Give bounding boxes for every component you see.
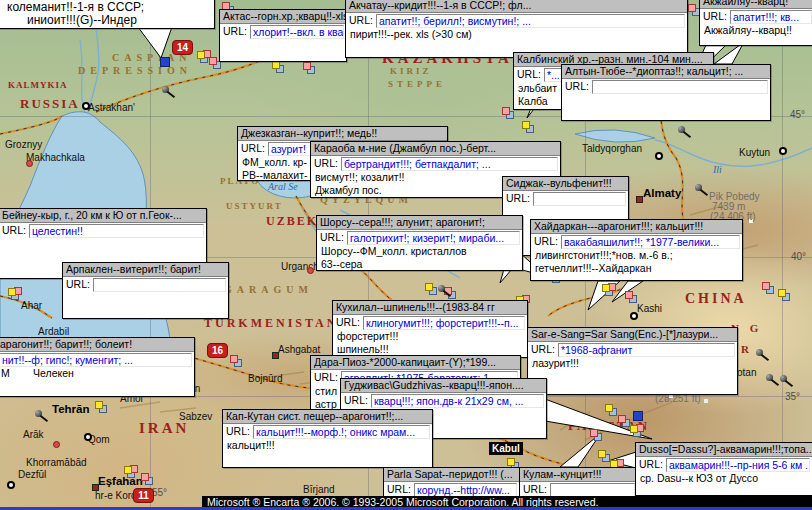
callout-akzhaylyau-url-row: URL:апатит!!!; кв... bbox=[700, 9, 812, 24]
numbered-badge-16[interactable]: 16 bbox=[207, 343, 228, 358]
callout-khaydarkan-title: Хайдаркан---арагонит!!!; кальцит!!! bbox=[531, 220, 742, 234]
callout-akzhaylyau-url-field[interactable]: апатит!!!; кв... bbox=[730, 10, 812, 24]
mineral-marker[interactable] bbox=[522, 121, 538, 137]
callout-parla-sapat-title: Parla Sapat--перидот!!! (... bbox=[384, 468, 519, 482]
marker-square bbox=[598, 450, 606, 458]
callout-beyneu-url-field[interactable]: целестин!! bbox=[29, 224, 204, 238]
callout-beyneu-title: Бейнеу-кыр, г., 20 км к Ю от п.Геок-... bbox=[0, 209, 206, 223]
callout-arpaklen-url-field[interactable] bbox=[93, 278, 226, 292]
callout-kukhilal-url-field[interactable]: клиногумит!!!; форстерит!!!--п... bbox=[363, 316, 525, 330]
pushpin-icon[interactable] bbox=[780, 375, 795, 390]
marker-square bbox=[778, 289, 786, 297]
pushpin-icon[interactable] bbox=[438, 285, 453, 300]
callout-akchatau-title: Акчатау--кридит!!!--1-я в СССР!; фл... bbox=[346, 0, 687, 13]
mineral-marker[interactable] bbox=[598, 450, 614, 466]
mineral-marker[interactable] bbox=[8, 287, 24, 303]
url-label: URL: bbox=[66, 278, 90, 291]
marker-square bbox=[618, 415, 626, 423]
callout-kulam-url-row: URL: bbox=[520, 482, 637, 497]
numbered-badge-14[interactable]: 14 bbox=[172, 40, 193, 55]
marker-square bbox=[602, 284, 610, 292]
marker-square bbox=[502, 107, 510, 115]
mineral-marker[interactable] bbox=[230, 355, 246, 371]
url-label: URL: bbox=[531, 343, 555, 356]
callout-karaoba-url-field[interactable]: бертрандит!!!; бетпакдалит; ... bbox=[341, 157, 558, 171]
callout-kukhilal-line-1: форстерит!!! bbox=[333, 330, 527, 343]
callout-cheleken: арагонит!!; барит!!; болеит!нит!!--ф; ги… bbox=[0, 337, 195, 397]
callout-aktas-url-field[interactable]: хлорит!--вкл. в кварц... bbox=[250, 25, 344, 39]
pushpin-icon[interactable] bbox=[35, 410, 50, 425]
callout-sar-e-sang-line-1: лазурит!!! bbox=[528, 357, 737, 370]
pushpin-icon[interactable] bbox=[766, 374, 781, 389]
pushpin-icon[interactable] bbox=[162, 86, 177, 101]
mineral-marker[interactable] bbox=[778, 289, 794, 305]
url-label: URL: bbox=[349, 14, 373, 27]
callout-altyn-tyube-url-row: URL: bbox=[562, 79, 770, 94]
mineral-marker[interactable] bbox=[602, 283, 618, 299]
map-canvas[interactable]: RUSSIAKALMYKIAKAZAKHSTANUZBEKTURKMENISTA… bbox=[0, 0, 812, 510]
marker-square bbox=[230, 355, 238, 363]
encarta-map-window: RUSSIAKALMYKIAKAZAKHSTANUZBEKTURKMENISTA… bbox=[0, 0, 812, 510]
url-label: URL: bbox=[534, 235, 558, 248]
mineral-marker[interactable] bbox=[141, 473, 157, 489]
mineral-marker[interactable] bbox=[590, 429, 606, 445]
url-label: URL: bbox=[703, 10, 727, 23]
mineral-marker[interactable] bbox=[762, 282, 778, 298]
callout-arpaklen: Арпаклен--витерит!!; барит!URL: bbox=[62, 262, 229, 319]
mineral-marker[interactable] bbox=[272, 61, 288, 77]
callout-aktas-title: Актас--горн.хр.;кварц!!-xls... bbox=[220, 10, 346, 24]
callout-sidzhak-title: Сиджак--вульфенит!!! bbox=[503, 177, 628, 191]
callout-cheleken-url-field[interactable]: нит!!--ф; гипс!; куменгит; ... bbox=[0, 353, 192, 367]
marker-square bbox=[688, 4, 696, 12]
callout-khaydarkan: Хайдаркан---арагонит!!!; кальцит!!!URL:в… bbox=[530, 219, 743, 281]
callout-altyn-tyube-title: Алтын-Тюбе--*диоптаз!!; кальцит!; ... bbox=[562, 65, 770, 79]
mineral-marker[interactable] bbox=[625, 291, 641, 307]
url-label: URL: bbox=[314, 371, 338, 384]
mineral-marker[interactable] bbox=[633, 411, 649, 427]
callout-cheleken-url-row: нит!!--ф; гипс!; куменгит; ... bbox=[0, 352, 194, 367]
callout-dusso-title: Dusso[=Dassu?]-аквамарин!!!;топа... bbox=[636, 443, 812, 457]
callout-kap-kutan-url-field[interactable]: кальцит!!!--морф.!; оникс мрам... bbox=[253, 425, 430, 439]
callout-dara-pioz-title: Дара-Пиоз-*2000-капицаит-(Y);*199... bbox=[311, 356, 520, 370]
numbered-badge-11[interactable]: 11 bbox=[133, 488, 154, 503]
mineral-marker[interactable] bbox=[303, 62, 319, 78]
callout-sar-e-sang-url-field[interactable]: *1968-афганит bbox=[558, 343, 735, 357]
callout-parla-sapat-url-field[interactable]: корунд.--http://ww... bbox=[414, 483, 517, 497]
callout-akzhaylyau-line-1: Акжайляу--кварц!! bbox=[700, 24, 812, 37]
callout-kap-kutan-title: Кап-Кутан сист. пещер--арагонит!!;... bbox=[223, 410, 432, 424]
callout-khaydarkan-url-field[interactable]: вакабаяшилит!!; *1977-велики... bbox=[561, 235, 740, 249]
mineral-marker[interactable] bbox=[124, 465, 140, 481]
callout-akzhaylyau: Акжайляу--кварц!URL:апатит!!!; кв...Акжа… bbox=[699, 0, 812, 46]
url-label: URL: bbox=[2, 224, 26, 237]
callout-akzhaylyau-title: Акжайляу--кварц! bbox=[700, 0, 812, 9]
mineral-marker[interactable] bbox=[160, 57, 176, 73]
callout-parla-sapat-url-row: URL:корунд.--http://ww... bbox=[384, 482, 519, 497]
callout-akchatau-url-field[interactable]: апатит!!; берилл!; висмутин!; ... bbox=[376, 14, 685, 28]
marker-square bbox=[762, 282, 770, 290]
callout-kulam-url-field[interactable] bbox=[550, 483, 635, 497]
callout-gudzhivas-url-field[interactable]: кварц!!!; япон.дв-к 21x29 см, ... bbox=[371, 394, 544, 408]
url-label: URL: bbox=[565, 80, 589, 93]
pushpin-icon[interactable] bbox=[695, 184, 710, 199]
url-label: URL: bbox=[314, 157, 338, 170]
callout-sidzhak-url-field[interactable] bbox=[533, 192, 626, 206]
marker-square-blue bbox=[633, 411, 643, 421]
url-label: URL: bbox=[344, 394, 368, 407]
marker-square bbox=[197, 51, 205, 59]
callout-inder-line-1: колеманит!!-1-я в СССР; bbox=[3, 1, 210, 14]
callout-sar-e-sang: Sar-e-Sang=Sar Sang(Enc.)-[*]лазури...UR… bbox=[527, 327, 738, 395]
callout-sar-e-sang-url-row: URL:*1968-афганит bbox=[528, 342, 737, 357]
callout-khaydarkan-line-2: гетчеллит!!!--Хайдаркан bbox=[531, 262, 742, 275]
pushpin-icon[interactable] bbox=[678, 126, 693, 141]
callout-shorsu-url-field[interactable]: галотрихит!; кизерит!; мираби... bbox=[347, 231, 520, 245]
callout-dusso-url-field[interactable]: аквамарин!!!--пр-ния 5-6 км ... bbox=[666, 458, 810, 472]
mineral-marker[interactable] bbox=[95, 401, 111, 417]
callout-altyn-tyube: Алтын-Тюбе--*диоптаз!!; кальцит!; ...URL… bbox=[561, 64, 771, 121]
callout-beyneu-url-row: URL:целестин!! bbox=[0, 223, 206, 238]
callout-sar-e-sang-title: Sar-e-Sang=Sar Sang(Enc.)-[*]лазури... bbox=[528, 328, 737, 342]
url-label: URL: bbox=[387, 483, 411, 496]
callout-altyn-tyube-url-field[interactable] bbox=[592, 80, 768, 94]
pushpin-icon[interactable] bbox=[756, 349, 771, 364]
url-label: URL: bbox=[523, 483, 547, 496]
callout-cheleken-title: арагонит!!; барит!!; болеит! bbox=[0, 338, 194, 352]
